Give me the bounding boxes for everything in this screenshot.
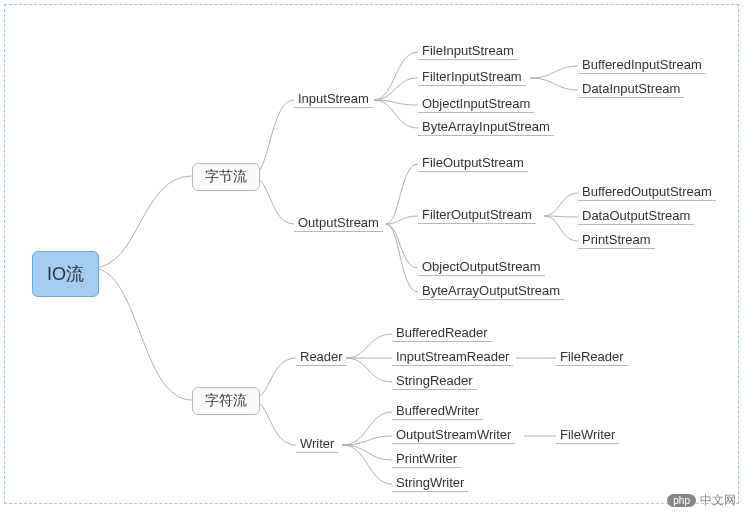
reader-node: Reader (296, 349, 347, 366)
watermark-text: 中文网 (700, 492, 736, 509)
objectoutputstream-node: ObjectOutputStream (418, 259, 545, 276)
bufferedinputstream-node: BufferedInputStream (578, 57, 706, 74)
inputstream-node: InputStream (294, 91, 373, 108)
bufferedoutputstream-node: BufferedOutputStream (578, 184, 716, 201)
byte-stream-node: 字节流 (192, 163, 260, 191)
watermark: php 中文网 (667, 492, 736, 509)
writer-node: Writer (296, 436, 338, 453)
objectinputstream-node: ObjectInputStream (418, 96, 534, 113)
outputstream-node: OutputStream (294, 215, 383, 232)
inputstreamreader-node: InputStreamReader (392, 349, 513, 366)
printstream-node: PrintStream (578, 232, 655, 249)
watermark-badge: php (667, 494, 696, 507)
dataoutputstream-node: DataOutputStream (578, 208, 694, 225)
datainputstream-node: DataInputStream (578, 81, 684, 98)
fileinputstream-node: FileInputStream (418, 43, 518, 60)
bufferedwriter-node: BufferedWriter (392, 403, 483, 420)
filteroutputstream-node: FilterOutputStream (418, 207, 536, 224)
filterinputstream-node: FilterInputStream (418, 69, 526, 86)
char-stream-node: 字符流 (192, 387, 260, 415)
stringreader-node: StringReader (392, 373, 477, 390)
stringwriter-node: StringWriter (392, 475, 468, 492)
outputstreamwriter-node: OutputStreamWriter (392, 427, 515, 444)
fileoutputstream-node: FileOutputStream (418, 155, 528, 172)
root-node: IO流 (32, 251, 99, 297)
printwriter-node: PrintWriter (392, 451, 461, 468)
filewriter-node: FileWriter (556, 427, 619, 444)
diagram-frame (4, 4, 739, 504)
bytearrayoutputstream-node: ByteArrayOutputStream (418, 283, 564, 300)
filereader-node: FileReader (556, 349, 628, 366)
bytearrayinputstream-node: ByteArrayInputStream (418, 119, 554, 136)
bufferedreader-node: BufferedReader (392, 325, 492, 342)
